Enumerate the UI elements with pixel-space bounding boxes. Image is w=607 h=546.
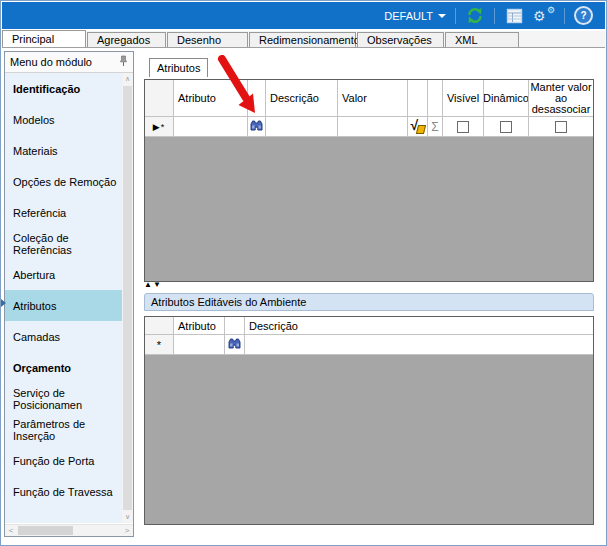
profile-label: DEFAULT (384, 10, 433, 22)
tab-desenho[interactable]: Desenho (167, 32, 248, 47)
manter-valor-checkbox-cell (529, 117, 593, 137)
formula-sqrt-icon: √ (411, 119, 425, 134)
selected-item-pointer-icon (1, 299, 6, 307)
top-toolbar: DEFAULT ⚙ ⚙ ? (2, 2, 605, 29)
scrollbar-thumb[interactable] (18, 526, 73, 535)
refresh-icon[interactable] (465, 6, 485, 26)
valor-cell[interactable] (338, 117, 408, 137)
tab-observacoes[interactable]: Observações (357, 32, 444, 47)
settings-gears-icon[interactable]: ⚙ ⚙ (533, 6, 555, 26)
sidebar-item-materiais[interactable]: Materiais (5, 135, 122, 166)
column-header-manter-valor[interactable]: Manter valor ao desassociar (529, 80, 593, 117)
atributo-cell[interactable] (174, 335, 225, 355)
column-header-visivel[interactable]: Visível (443, 80, 484, 117)
toolbar-separator (455, 8, 456, 24)
environment-attributes-grid: Atributo Descrição * (144, 316, 594, 525)
scrollbar-thumb[interactable] (123, 86, 132, 510)
scroll-down-icon[interactable]: ∨ (122, 511, 133, 523)
sidebar-item-funcao-de-porta[interactable]: Função de Porta (5, 445, 122, 476)
module-menu-header: Menu do módulo (5, 52, 133, 73)
sidebar-item-opcoes-de-remocao[interactable]: Opções de Remoção (5, 166, 122, 197)
help-icon[interactable]: ? (574, 6, 593, 25)
visivel-checkbox-cell (443, 117, 484, 137)
tab-xml[interactable]: XML (445, 32, 519, 47)
main-tabstrip: Principal Agregados Desenho Redimensiona… (2, 31, 605, 48)
sidebar-item-orcamento[interactable]: Orçamento (5, 352, 122, 383)
sidebar-item-abertura[interactable]: Abertura (5, 259, 122, 290)
sidebar-item-camadas[interactable]: Camadas (5, 321, 122, 352)
toolbar-separator (494, 8, 495, 24)
column-header-atributo[interactable]: Atributo (174, 80, 248, 117)
tabpage-principal: Menu do módulo Identificação Modelos Mat… (2, 48, 605, 542)
column-header-descricao[interactable]: Descrição (266, 80, 338, 117)
attributes-grid-header: Atributo Descrição Valor Visível Dinâmic… (145, 80, 593, 117)
sidebar-item-referencia[interactable]: Referência (5, 197, 122, 228)
pin-icon[interactable] (119, 55, 128, 69)
formula-button[interactable]: √ (408, 117, 428, 137)
sidebar-item-identificacao[interactable]: Identificação (5, 73, 122, 104)
tab-principal[interactable]: Principal (2, 30, 86, 47)
new-row-marker: ▶* (145, 117, 174, 137)
chevron-down-icon (438, 14, 446, 18)
attributes-panel: Atributos Atributo Descrição Valor Visív… (138, 51, 603, 540)
descricao-cell[interactable] (245, 335, 593, 355)
column-header-formula (408, 80, 428, 117)
module-menu-panel: Menu do módulo Identificação Modelos Mat… (4, 51, 134, 537)
properties-panel-icon[interactable] (504, 6, 524, 26)
binoculars-icon (250, 120, 263, 133)
column-header-descricao[interactable]: Descrição (245, 317, 593, 335)
sidebar-item-atributos[interactable]: Atributos (5, 290, 122, 321)
new-attribute-row: ▶* (145, 117, 593, 137)
sidebar-vertical-scrollbar[interactable]: ∧ ∨ (122, 73, 133, 523)
dinamico-checkbox-cell (484, 117, 529, 137)
toolbar-separator (564, 8, 565, 24)
visivel-checkbox[interactable] (457, 121, 469, 133)
binoculars-icon (228, 338, 241, 351)
module-menu-list: Identificação Modelos Materiais Opções d… (5, 73, 122, 523)
column-header-find (248, 80, 266, 117)
environment-grid-header: Atributo Descrição (145, 317, 593, 335)
sidebar-horizontal-scrollbar[interactable]: < > (5, 524, 133, 536)
splitter-collapse-buttons[interactable]: ▲▼ (144, 280, 162, 290)
band-title: Atributos Editáveis do Ambiente (151, 296, 306, 308)
find-attribute-button[interactable] (225, 335, 245, 355)
column-header-dinamico[interactable]: Dinâmico (484, 80, 529, 117)
profile-dropdown[interactable]: DEFAULT (384, 10, 446, 22)
subtab-atributos[interactable]: Atributos (149, 58, 208, 77)
attributes-grid: Atributo Descrição Valor Visível Dinâmic… (144, 79, 594, 282)
dinamico-checkbox[interactable] (500, 121, 512, 133)
application-window: DEFAULT ⚙ ⚙ ? (0, 0, 607, 546)
find-attribute-button[interactable] (248, 117, 266, 137)
atributo-cell[interactable] (174, 117, 248, 137)
descricao-cell[interactable] (266, 117, 338, 137)
scroll-right-icon[interactable]: > (121, 525, 133, 536)
scroll-up-icon[interactable]: ∧ (122, 73, 133, 85)
column-header-sum (428, 80, 443, 117)
new-row-marker: * (145, 335, 174, 355)
row-header-cell (145, 317, 174, 335)
sidebar-item-colecao-de-referencias[interactable]: Coleção de Referências (5, 228, 122, 259)
scroll-left-icon[interactable]: < (5, 525, 17, 536)
column-header-find (225, 317, 245, 335)
tab-redimensionamento[interactable]: Redimensionamento (249, 32, 356, 47)
module-menu-title: Menu do módulo (10, 56, 92, 68)
sidebar-item-servico-de-posicionamento[interactable]: Serviço de Posicionamen (5, 383, 122, 414)
manter-valor-checkbox[interactable] (555, 121, 567, 133)
sigma-icon: Σ (431, 120, 438, 134)
row-header-cell (145, 80, 174, 117)
new-environment-attribute-row: * (145, 335, 593, 355)
column-header-atributo[interactable]: Atributo (174, 317, 225, 335)
sidebar-item-modelos[interactable]: Modelos (5, 104, 122, 135)
sidebar-item-funcao-de-travessa[interactable]: Função de Travessa (5, 476, 122, 507)
sidebar-item-parametros-de-insercao[interactable]: Parâmetros de Inserção (5, 414, 122, 445)
tab-agregados[interactable]: Agregados (87, 32, 166, 47)
column-header-valor[interactable]: Valor (338, 80, 408, 117)
environment-attributes-band: Atributos Editáveis do Ambiente (144, 293, 594, 311)
sum-button[interactable]: Σ (428, 117, 443, 137)
